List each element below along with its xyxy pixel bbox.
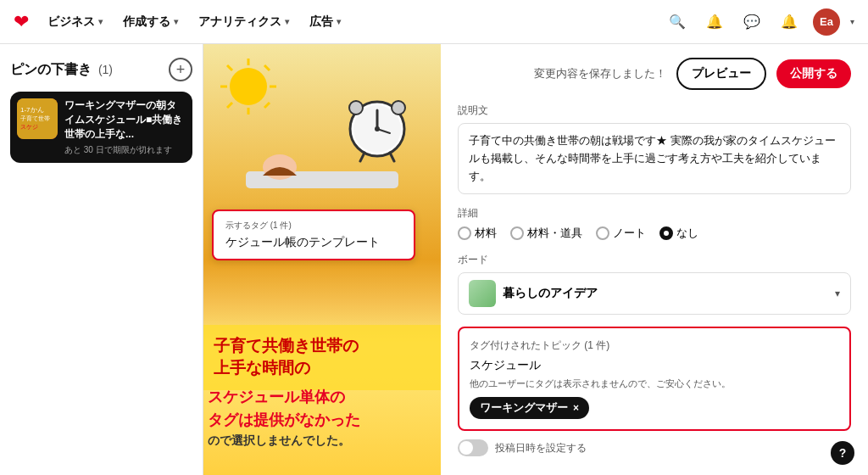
radio-label-none: なし <box>676 226 698 241</box>
radio-label-material: 材料 <box>475 226 497 241</box>
annotation-line1: スケジュール単体の <box>208 386 360 409</box>
chevron-down-icon: ▾ <box>98 17 103 26</box>
topic-hint: 他のユーザーにタグは表示されませんので、ご安心ください。 <box>470 377 839 390</box>
annotation-line2: タグは提供がなかった <box>208 409 360 432</box>
radio-circle-material-tools <box>510 226 524 240</box>
top-bar: 変更内容を保存しました！ プレビュー 公開する <box>458 58 851 90</box>
detail-options: 材料 材料・道具 ノート なし <box>458 226 851 241</box>
help-button[interactable]: ? <box>831 441 854 465</box>
avatar-chevron-icon: ▾ <box>850 17 854 26</box>
pin-thumbnail: 1-7かん 子育て世帯 スケジ <box>17 98 58 139</box>
board-chevron-icon: ▾ <box>835 288 840 299</box>
radio-material-tools[interactable]: 材料・道具 <box>510 226 582 241</box>
svg-line-12 <box>264 103 270 108</box>
radio-label-note: ノート <box>613 226 646 241</box>
pin-card[interactable]: 1-7かん 子育て世帯 スケジ ワーキングマザーの朝タイムスケジュール■共働き世… <box>10 92 192 163</box>
header-right: 🔍 🔔 💬 🔔 Ea ▾ <box>664 8 854 36</box>
topic-label: タグ付けされたトピック (1 件) <box>470 338 839 353</box>
publish-button[interactable]: 公開する <box>776 59 851 88</box>
notification-button[interactable]: 🔔 <box>701 8 728 36</box>
schedule-label: 投稿日時を設定する <box>495 441 587 455</box>
saved-message: 変更内容を保存しました！ <box>534 66 666 81</box>
image-line1: 子育て共働き世帯の <box>214 335 431 358</box>
sidebar-title: ピンの下書き (1) <box>10 61 113 79</box>
svg-line-10 <box>264 65 270 70</box>
main-layout: ピンの下書き (1) + 1-7かん 子育て世帯 スケジ ワーキングマザーの朝タ… <box>0 44 868 475</box>
nav-ads[interactable]: 広告 ▾ <box>301 9 349 35</box>
image-line2: 上手な時間の <box>214 357 431 380</box>
radio-label-material-tools: 材料・道具 <box>527 226 582 241</box>
pin-info: ワーキングマザーの朝タイムスケジュール■共働き世帯の上手な... あと 30 日… <box>64 98 186 156</box>
nav-ads-label: 広告 <box>309 14 333 30</box>
footer-row: 投稿日時を設定する <box>458 439 851 456</box>
sidebar-header: ピンの下書き (1) + <box>10 58 192 81</box>
radio-material[interactable]: 材料 <box>458 226 497 241</box>
annotation-text: スケジュール単体の タグは提供がなかった ので選択しませんでした。 <box>208 386 360 450</box>
nav-business-label: ビジネス <box>47 14 95 30</box>
image-area: 子育て共働き世帯の 上手な時間の 示するタグ (1 件) ケジュール帳のテンプレ… <box>203 44 441 475</box>
svg-text:1-7かん: 1-7かん <box>20 106 44 114</box>
schedule-toggle[interactable] <box>458 439 488 456</box>
person-image <box>203 129 441 197</box>
chevron-down-icon: ▾ <box>174 17 178 26</box>
main-nav: ビジネス ▾ 作成する ▾ アナリティクス ▾ 広告 ▾ <box>39 9 349 35</box>
radio-note[interactable]: ノート <box>596 226 646 241</box>
description-text[interactable]: 子育て中の共働き世帯の朝は戦場です★ 実際の我が家のタイムスケジュールも掲載し、… <box>458 123 851 194</box>
topic-section: タグ付けされたトピック (1 件) 他のユーザーにタグは表示されませんので、ご安… <box>458 327 851 431</box>
toggle-thumb <box>459 441 473 455</box>
radio-circle-material <box>458 226 471 240</box>
preview-button[interactable]: プレビュー <box>676 58 766 90</box>
sidebar: ピンの下書き (1) + 1-7かん 子育て世帯 スケジ ワーキングマザーの朝タ… <box>0 44 203 475</box>
search-button[interactable]: 🔍 <box>664 8 691 36</box>
radio-none[interactable]: なし <box>659 226 698 241</box>
svg-text:子育て世帯: 子育て世帯 <box>20 115 50 122</box>
board-thumbnail <box>469 280 496 307</box>
svg-point-18 <box>349 101 363 115</box>
pinterest-logo[interactable]: ❤ <box>14 11 29 33</box>
content-area: 子育て共働き世帯の 上手な時間の 示するタグ (1 件) ケジュール帳のテンプレ… <box>203 44 868 475</box>
alert-button[interactable]: 🔔 <box>776 8 803 36</box>
nav-create[interactable]: 作成する ▾ <box>114 9 186 35</box>
sun-decoration <box>219 57 278 119</box>
svg-point-4 <box>230 68 267 105</box>
svg-text:スケジ: スケジ <box>20 124 38 130</box>
board-name: 暮らしのアイデア <box>503 286 828 301</box>
annotation-line3: ので選択しませんでした。 <box>208 432 360 450</box>
topic-input[interactable] <box>470 359 839 372</box>
tag-overlay-label: 示するタグ (1 件) <box>225 220 402 232</box>
tag-chip-working-mother[interactable]: ワーキングマザー × <box>470 397 589 419</box>
chevron-down-icon: ▾ <box>285 17 289 26</box>
board-label: ボード <box>458 253 851 267</box>
tag-overlay-box: 示するタグ (1 件) ケジュール帳のテンプレート <box>212 210 415 260</box>
message-button[interactable]: 💬 <box>738 8 765 36</box>
nav-create-label: 作成する <box>123 14 170 30</box>
svg-line-9 <box>227 65 232 70</box>
header: ❤ ビジネス ▾ 作成する ▾ アナリティクス ▾ 広告 ▾ 🔍 🔔 💬 🔔 E… <box>0 0 868 44</box>
description-label: 説明文 <box>458 103 851 118</box>
detail-label: 詳細 <box>458 206 851 221</box>
image-text-overlay: 子育て共働き世帯の 上手な時間の <box>203 325 441 390</box>
chevron-down-icon: ▾ <box>337 17 341 26</box>
tag-overlay-value: ケジュール帳のテンプレート <box>225 235 402 250</box>
tag-chip-remove-icon[interactable]: × <box>573 402 579 414</box>
tag-chip-label: ワーキングマザー <box>480 400 568 416</box>
avatar[interactable]: Ea <box>813 8 840 36</box>
board-selector[interactable]: 暮らしのアイデア ▾ <box>458 272 851 315</box>
radio-circle-note <box>596 226 609 240</box>
add-pin-button[interactable]: + <box>169 58 192 81</box>
svg-line-11 <box>227 103 232 108</box>
nav-analytics-label: アナリティクス <box>198 14 281 30</box>
radio-circle-none <box>659 226 673 240</box>
nav-analytics[interactable]: アナリティクス ▾ <box>190 9 298 35</box>
svg-point-19 <box>392 101 405 115</box>
right-panel: 変更内容を保存しました！ プレビュー 公開する 説明文 子育て中の共働き世帯の朝… <box>441 44 868 475</box>
nav-business[interactable]: ビジネス ▾ <box>39 9 111 35</box>
